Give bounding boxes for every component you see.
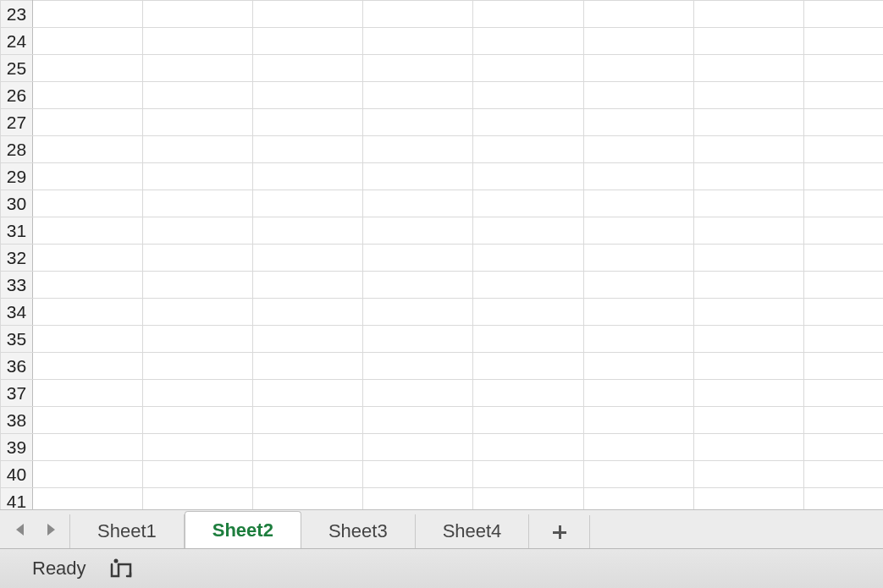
cell[interactable]	[473, 407, 583, 434]
cell[interactable]	[473, 380, 583, 407]
cell[interactable]	[693, 82, 803, 109]
cell[interactable]	[363, 272, 473, 299]
row-header[interactable]: 23	[1, 1, 33, 28]
cell[interactable]	[693, 272, 803, 299]
cell[interactable]	[363, 299, 473, 326]
row-header[interactable]: 34	[1, 299, 33, 326]
cell[interactable]	[143, 461, 253, 488]
cell[interactable]	[363, 245, 473, 272]
row-header[interactable]: 39	[1, 434, 33, 461]
cell[interactable]	[803, 488, 883, 510]
sheet-tab[interactable]: Sheet3	[301, 514, 416, 548]
cell[interactable]	[803, 461, 883, 488]
cell[interactable]	[143, 82, 253, 109]
cell[interactable]	[253, 380, 363, 407]
cell[interactable]	[143, 217, 253, 245]
cell[interactable]	[143, 1, 253, 28]
cell[interactable]	[363, 353, 473, 380]
cell[interactable]	[33, 407, 143, 434]
cell[interactable]	[583, 217, 693, 245]
cell[interactable]	[143, 326, 253, 353]
cell[interactable]	[803, 136, 883, 163]
cell[interactable]	[253, 353, 363, 380]
cell[interactable]	[583, 407, 693, 434]
cell[interactable]	[33, 28, 143, 55]
cell[interactable]	[253, 245, 363, 272]
cell[interactable]	[363, 434, 473, 461]
sheet-tab[interactable]: Sheet1	[69, 514, 185, 548]
cell[interactable]	[363, 82, 473, 109]
cell[interactable]	[473, 272, 583, 299]
cell[interactable]	[33, 380, 143, 407]
cell[interactable]	[143, 28, 253, 55]
cell[interactable]	[583, 28, 693, 55]
cell[interactable]	[363, 380, 473, 407]
cell[interactable]	[803, 190, 883, 217]
next-sheet-button[interactable]	[42, 519, 59, 540]
cell[interactable]	[473, 326, 583, 353]
cell[interactable]	[363, 488, 473, 510]
row-header[interactable]: 41	[1, 488, 33, 510]
cell[interactable]	[253, 82, 363, 109]
cell[interactable]	[803, 326, 883, 353]
cell[interactable]	[143, 163, 253, 190]
sheet-tab[interactable]: Sheet4	[416, 514, 530, 548]
cell[interactable]	[33, 55, 143, 82]
cell[interactable]	[693, 109, 803, 136]
row-header[interactable]: 30	[1, 190, 33, 217]
cell[interactable]	[33, 326, 143, 353]
row-header[interactable]: 24	[1, 28, 33, 55]
cell[interactable]	[143, 136, 253, 163]
cell[interactable]	[583, 190, 693, 217]
cell[interactable]	[693, 163, 803, 190]
cell[interactable]	[143, 245, 253, 272]
cell[interactable]	[253, 461, 363, 488]
cell[interactable]	[33, 190, 143, 217]
cell[interactable]	[143, 488, 253, 510]
cell[interactable]	[583, 434, 693, 461]
cell[interactable]	[803, 109, 883, 136]
cell[interactable]	[253, 299, 363, 326]
cell[interactable]	[803, 353, 883, 380]
cell[interactable]	[803, 82, 883, 109]
cell[interactable]	[253, 28, 363, 55]
cell[interactable]	[473, 109, 583, 136]
cell[interactable]	[253, 109, 363, 136]
cell[interactable]	[803, 1, 883, 28]
cell[interactable]	[33, 245, 143, 272]
cell[interactable]	[143, 353, 253, 380]
cell[interactable]	[253, 434, 363, 461]
cell[interactable]	[253, 1, 363, 28]
cell[interactable]	[583, 163, 693, 190]
cell[interactable]	[803, 55, 883, 82]
cell[interactable]	[253, 55, 363, 82]
cell[interactable]	[473, 488, 583, 510]
row-header[interactable]: 28	[1, 136, 33, 163]
row-header[interactable]: 32	[1, 245, 33, 272]
cell[interactable]	[693, 1, 803, 28]
cell[interactable]	[693, 461, 803, 488]
cell[interactable]	[693, 245, 803, 272]
cell[interactable]	[363, 190, 473, 217]
cell[interactable]	[253, 217, 363, 245]
row-header[interactable]: 26	[1, 82, 33, 109]
cell[interactable]	[803, 272, 883, 299]
cell[interactable]	[693, 353, 803, 380]
cell[interactable]	[363, 461, 473, 488]
cell[interactable]	[583, 488, 693, 510]
row-header[interactable]: 36	[1, 353, 33, 380]
cell[interactable]	[693, 380, 803, 407]
cell[interactable]	[583, 1, 693, 28]
cell[interactable]	[693, 407, 803, 434]
cell[interactable]	[803, 217, 883, 245]
cell[interactable]	[143, 434, 253, 461]
grid-area[interactable]: 23242526272829303132333435363738394041	[0, 0, 883, 509]
cell[interactable]	[473, 136, 583, 163]
cell[interactable]	[693, 299, 803, 326]
accessibility-icon[interactable]	[108, 558, 134, 580]
cell[interactable]	[583, 299, 693, 326]
cell[interactable]	[473, 55, 583, 82]
cell[interactable]	[473, 217, 583, 245]
cell[interactable]	[583, 461, 693, 488]
cell[interactable]	[33, 109, 143, 136]
